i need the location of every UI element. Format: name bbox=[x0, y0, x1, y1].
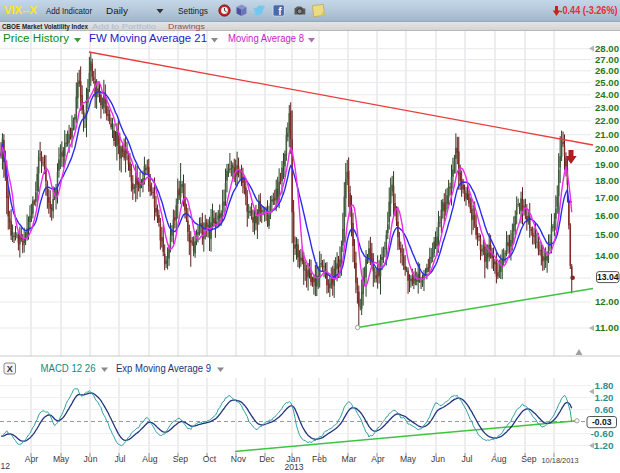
svg-text:Oct: Oct bbox=[203, 454, 217, 464]
svg-text:11.00: 11.00 bbox=[595, 323, 619, 333]
svg-text:25.00: 25.00 bbox=[595, 78, 619, 88]
svg-text:Jul: Jul bbox=[115, 454, 126, 464]
svg-text:0.60: 0.60 bbox=[595, 405, 614, 415]
svg-text:22.00: 22.00 bbox=[595, 116, 619, 126]
svg-text:16.00: 16.00 bbox=[595, 211, 619, 221]
svg-text:Jul: Jul bbox=[462, 454, 473, 464]
svg-text:23.00: 23.00 bbox=[595, 103, 619, 113]
svg-text:Dec: Dec bbox=[259, 454, 275, 464]
svg-text:Mar: Mar bbox=[342, 454, 357, 464]
svg-text:Price History: Price History bbox=[3, 33, 69, 44]
svg-text:Feb: Feb bbox=[312, 454, 327, 464]
svg-text:Jun: Jun bbox=[84, 454, 98, 464]
svg-text:May: May bbox=[400, 454, 417, 464]
svg-text:May: May bbox=[53, 454, 70, 464]
svg-text:24.00: 24.00 bbox=[595, 90, 619, 100]
svg-text:26.00: 26.00 bbox=[595, 66, 619, 76]
svg-text:Sep: Sep bbox=[173, 454, 189, 464]
svg-text:Add to Portfolio: Add to Portfolio bbox=[92, 22, 156, 31]
svg-text:Exp Moving Average 9: Exp Moving Average 9 bbox=[116, 363, 211, 374]
svg-text:Add Indicator: Add Indicator bbox=[46, 5, 93, 16]
svg-text:20.00: 20.00 bbox=[595, 144, 619, 154]
svg-text:X: X bbox=[7, 364, 13, 374]
svg-text:28.00: 28.00 bbox=[595, 44, 619, 54]
svg-text:VIX--X: VIX--X bbox=[4, 4, 38, 16]
svg-text:Jun: Jun bbox=[431, 454, 445, 464]
svg-text:15.00: 15.00 bbox=[595, 230, 619, 240]
svg-text:13.04: 13.04 bbox=[597, 272, 619, 282]
svg-text:Moving Average 8: Moving Average 8 bbox=[228, 33, 304, 44]
svg-text:1.20: 1.20 bbox=[595, 393, 614, 403]
svg-text:19.00: 19.00 bbox=[595, 160, 619, 170]
svg-text:14.00: 14.00 bbox=[595, 251, 619, 261]
svg-text:-0.03: -0.03 bbox=[592, 417, 612, 427]
svg-text:2013: 2013 bbox=[284, 462, 303, 472]
svg-text:Settings: Settings bbox=[178, 5, 208, 16]
svg-text:1.80: 1.80 bbox=[595, 381, 614, 391]
svg-text:10/18/2013: 10/18/2013 bbox=[542, 456, 579, 465]
svg-text:FW Moving Average 21: FW Moving Average 21 bbox=[89, 33, 207, 44]
svg-text:Sep: Sep bbox=[521, 454, 537, 464]
svg-text:27.00: 27.00 bbox=[595, 55, 619, 65]
svg-text:CBOE Market Volatility Index: CBOE Market Volatility Index bbox=[2, 22, 89, 31]
svg-text:Apr: Apr bbox=[25, 454, 39, 464]
svg-text:21.00: 21.00 bbox=[595, 130, 619, 140]
svg-text:MACD 12 26: MACD 12 26 bbox=[41, 363, 96, 374]
svg-text:17.00: 17.00 bbox=[595, 193, 619, 203]
svg-text:Apr: Apr bbox=[371, 454, 385, 464]
svg-text:-0.44 (-3.26%): -0.44 (-3.26%) bbox=[560, 5, 618, 16]
svg-text:Aug: Aug bbox=[491, 454, 507, 464]
svg-text:Drawings: Drawings bbox=[168, 22, 205, 31]
svg-text:Daily: Daily bbox=[106, 5, 128, 16]
svg-text:Aug: Aug bbox=[142, 454, 158, 464]
svg-text:18.00: 18.00 bbox=[595, 176, 619, 186]
svg-text:12.00: 12.00 bbox=[595, 297, 619, 307]
svg-text:12: 12 bbox=[1, 461, 11, 471]
svg-text:Nov: Nov bbox=[231, 454, 247, 464]
svg-text:-0.60: -0.60 bbox=[591, 429, 614, 439]
